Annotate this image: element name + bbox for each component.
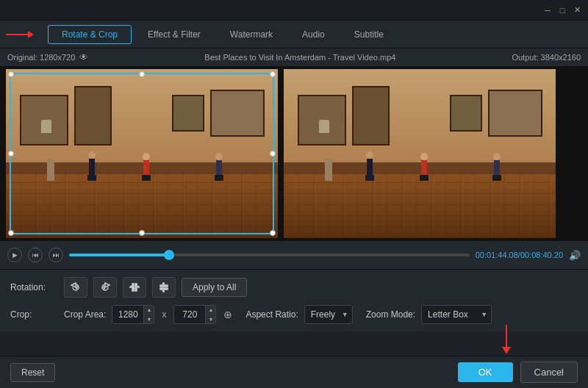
crop-label: Crop: (10, 309, 58, 320)
indicator-arrowhead (502, 347, 511, 354)
rotate-right-button[interactable] (93, 277, 117, 298)
tab-subtitle[interactable]: Subtitle (341, 25, 397, 44)
video-frames-area (0, 66, 588, 241)
volume-icon[interactable]: 🔊 (569, 250, 581, 261)
controls-area: Rotation: Apply to All (0, 269, 588, 331)
zoom-mode-select-wrap: Letter Box Pan & Scan Full ▼ (421, 305, 492, 324)
preview-icon[interactable]: 👁 (79, 52, 88, 62)
apply-to-all-button[interactable]: Apply to All (182, 278, 247, 297)
next-frame-button[interactable]: ⏭ (49, 248, 63, 262)
rotation-label: Rotation: (10, 282, 58, 292)
minimize-button[interactable]: ─ (542, 5, 553, 15)
crop-height-down[interactable]: ▼ (205, 315, 215, 324)
close-button[interactable]: ✕ (572, 5, 582, 15)
maximize-button[interactable]: □ (557, 5, 567, 15)
zoom-mode-label: Zoom Mode: (366, 309, 415, 320)
rotate-left-button[interactable] (64, 277, 87, 298)
ok-button[interactable]: OK (458, 362, 513, 382)
original-resolution: Original: 1280x720 (7, 53, 75, 62)
crop-height-up[interactable]: ▲ (205, 305, 215, 315)
center-crop-icon[interactable]: ⊕ (223, 309, 232, 320)
crop-width-input[interactable] (112, 309, 143, 320)
zoom-mode-select[interactable]: Letter Box Pan & Scan Full (421, 305, 492, 324)
reset-button[interactable]: Reset (10, 363, 55, 382)
bottom-bar: Reset OK Cancel (0, 356, 588, 388)
indicator-line (506, 325, 507, 347)
crop-width-down[interactable]: ▼ (143, 315, 154, 324)
tab-watermark[interactable]: Watermark (217, 25, 286, 44)
tab-rotate-crop[interactable]: Rotate & Crop (48, 25, 132, 44)
output-resolution: Output: 3840x2160 (512, 53, 581, 62)
crop-area-label: Crop Area: (64, 309, 106, 320)
crop-width-spinners: ▲ ▼ (143, 305, 154, 324)
tab-indicator-arrow (28, 31, 34, 38)
aspect-ratio-label: Aspect Ratio: (245, 309, 298, 320)
video-preview-right (284, 69, 556, 238)
aspect-ratio-select-wrap: Freely 16:9 4:3 1:1 ▼ (304, 305, 353, 324)
crop-height-spinners: ▲ ▼ (205, 305, 215, 324)
crop-width-input-wrap: ▲ ▼ (112, 305, 154, 324)
aspect-ratio-select[interactable]: Freely 16:9 4:3 1:1 (304, 305, 353, 324)
video-thumb-right (284, 69, 556, 238)
scrubber-fill (69, 254, 169, 256)
video-filename: Best Places to Visit In Amsterdam - Trav… (204, 53, 395, 62)
crop-width-up[interactable]: ▲ (143, 305, 154, 315)
dimension-separator: x (162, 309, 166, 320)
rotation-row: Rotation: Apply to All (10, 277, 578, 298)
scrubber-track[interactable] (69, 254, 470, 256)
tabs-container: Rotate & Crop Effect & Filter Watermark … (48, 25, 397, 44)
ok-button-indicator (502, 325, 511, 354)
video-thumb-left (6, 69, 278, 238)
tab-effect-filter[interactable]: Effect & Filter (135, 25, 214, 44)
title-bar: ─ □ ✕ (0, 0, 588, 21)
video-preview-left (6, 69, 278, 238)
timeline-bar: ▶ ⏮ ⏭ 00:01:44.08/00:08:40.20 🔊 (0, 241, 588, 269)
cancel-button[interactable]: Cancel (520, 362, 578, 383)
flip-horizontal-button[interactable] (123, 277, 146, 298)
scrubber-thumb[interactable] (164, 250, 174, 260)
window-controls: ─ □ ✕ (542, 5, 582, 15)
time-display: 00:01:44.08/00:08:40.20 (476, 251, 563, 259)
tab-bar: Rotate & Crop Effect & Filter Watermark … (0, 21, 588, 48)
prev-frame-button[interactable]: ⏮ (28, 248, 43, 262)
crop-row: Crop: Crop Area: ▲ ▼ x ▲ ▼ ⊕ Aspect Rati… (10, 305, 578, 324)
crop-height-input-wrap: ▲ ▼ (173, 305, 216, 324)
video-info-bar: Original: 1280x720 👁 Best Places to Visi… (0, 48, 588, 66)
tab-audio[interactable]: Audio (289, 25, 338, 44)
crop-height-input[interactable] (174, 309, 205, 320)
play-button[interactable]: ▶ (7, 248, 22, 262)
flip-vertical-button[interactable] (152, 277, 176, 298)
original-info: Original: 1280x720 👁 (7, 52, 88, 62)
